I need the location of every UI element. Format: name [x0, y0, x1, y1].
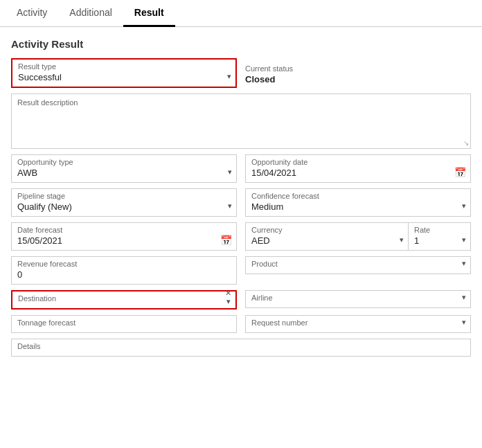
- pipeline-stage-field[interactable]: Pipeline stage Qualify (New) ▾: [11, 188, 237, 217]
- details-label: Details: [17, 342, 465, 350]
- destination-field[interactable]: Destination ✕ ▾: [11, 290, 237, 310]
- rate-field[interactable]: Rate 1 ▾: [409, 222, 471, 251]
- opportunity-date-value: 15/04/2021: [251, 168, 465, 178]
- pipeline-stage-label: Pipeline stage: [17, 192, 231, 200]
- product-dropdown-icon[interactable]: ▾: [462, 259, 466, 268]
- opportunity-type-label: Opportunity type: [17, 158, 231, 166]
- request-number-label: Request number: [251, 319, 465, 327]
- row-revenue-product: Revenue forecast 0 Product ▾: [11, 256, 471, 285]
- destination-clear-icon[interactable]: ✕: [225, 289, 231, 297]
- currency-label: Currency: [251, 226, 402, 234]
- tab-result[interactable]: Result: [123, 0, 175, 27]
- result-type-dropdown-icon[interactable]: ▾: [227, 72, 231, 81]
- pipeline-stage-dropdown-icon[interactable]: ▾: [228, 201, 232, 210]
- section-title: Activity Result: [11, 38, 471, 50]
- tonnage-forecast-label: Tonnage forecast: [17, 319, 231, 327]
- row-tonnage-request: Tonnage forecast Request number ▾: [11, 315, 471, 333]
- confidence-forecast-field[interactable]: Confidence forecast Medium ▾: [245, 188, 471, 217]
- confidence-forecast-label: Confidence forecast: [251, 192, 465, 200]
- currency-value: AED: [251, 235, 402, 246]
- destination-dropdown-icon[interactable]: ▾: [226, 298, 231, 305]
- resize-handle-icon: ↘: [463, 139, 469, 147]
- destination-controls: ✕ ▾: [225, 289, 231, 305]
- product-field[interactable]: Product ▾: [245, 256, 471, 274]
- opportunity-date-calendar-icon[interactable]: 📅: [454, 167, 466, 178]
- opportunity-date-label: Opportunity date: [251, 158, 465, 166]
- request-number-dropdown-icon[interactable]: ▾: [462, 318, 466, 327]
- result-type-field[interactable]: Result type Successful ▾: [11, 58, 237, 88]
- tab-activity[interactable]: Activity: [6, 0, 58, 27]
- confidence-forecast-dropdown-icon[interactable]: ▾: [462, 201, 466, 210]
- row-pipeline: Pipeline stage Qualify (New) ▾ Confidenc…: [11, 188, 471, 217]
- result-description-label: Result description: [17, 98, 465, 107]
- revenue-forecast-value: 0: [17, 269, 231, 280]
- row-date-currency: Date forecast 15/05/2021 📅 Currency AED …: [11, 222, 471, 251]
- opportunity-type-dropdown-icon[interactable]: ▾: [228, 168, 232, 177]
- confidence-forecast-value: Medium: [251, 201, 465, 212]
- current-status-value: Closed: [245, 74, 471, 84]
- airline-label: Airline: [251, 294, 465, 302]
- row-opportunity: Opportunity type AWB ▾ Opportunity date …: [11, 154, 471, 183]
- row-destination-airline: Destination ✕ ▾ Airline ▾: [11, 290, 471, 310]
- tab-bar: Activity Additional Result: [0, 0, 482, 27]
- opportunity-date-field[interactable]: Opportunity date 15/04/2021 📅: [245, 154, 471, 183]
- main-content: Activity Result Result type Successful ▾…: [0, 27, 482, 368]
- result-description-field[interactable]: Result description ↘: [11, 93, 471, 149]
- date-forecast-field[interactable]: Date forecast 15/05/2021 📅: [11, 222, 237, 251]
- pipeline-stage-value: Qualify (New): [17, 201, 231, 212]
- destination-label: Destination: [18, 294, 230, 303]
- details-field[interactable]: Details: [11, 339, 471, 357]
- revenue-forecast-label: Revenue forecast: [17, 260, 231, 268]
- rate-dropdown-icon[interactable]: ▾: [462, 235, 466, 244]
- current-status-label: Current status: [245, 64, 471, 73]
- rate-value: 1: [414, 235, 465, 246]
- currency-field[interactable]: Currency AED ▾: [245, 222, 409, 251]
- rate-label: Rate: [414, 226, 465, 234]
- date-forecast-calendar-icon[interactable]: 📅: [220, 235, 232, 246]
- tab-additional[interactable]: Additional: [58, 0, 123, 27]
- airline-dropdown-icon[interactable]: ▾: [462, 293, 466, 302]
- product-label: Product: [251, 260, 465, 268]
- tonnage-forecast-field[interactable]: Tonnage forecast: [11, 315, 237, 333]
- date-forecast-value: 15/05/2021: [17, 235, 231, 246]
- currency-dropdown-icon[interactable]: ▾: [400, 235, 404, 244]
- airline-field[interactable]: Airline ▾: [245, 290, 471, 308]
- opportunity-type-field[interactable]: Opportunity type AWB ▾: [11, 154, 237, 183]
- revenue-forecast-field[interactable]: Revenue forecast 0: [11, 256, 237, 285]
- opportunity-type-value: AWB: [17, 168, 231, 178]
- date-forecast-label: Date forecast: [17, 226, 231, 234]
- request-number-field[interactable]: Request number ▾: [245, 315, 471, 333]
- result-type-label: Result type: [18, 62, 230, 71]
- row-result-type: Result type Successful ▾ Current status …: [11, 58, 471, 88]
- result-type-value: Successful: [18, 72, 230, 82]
